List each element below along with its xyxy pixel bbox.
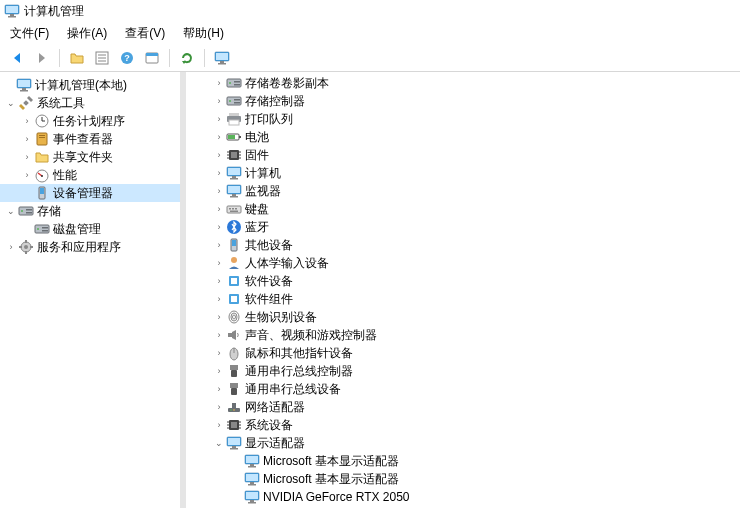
back-button[interactable] [6,47,28,69]
tree-label: 系统工具 [37,95,85,112]
device-category[interactable]: ›键盘 [186,200,740,218]
usb-controller-icon [226,363,242,379]
device-category[interactable]: ›声音、视频和游戏控制器 [186,326,740,344]
tree-disk-management[interactable]: 磁盘管理 [0,220,180,238]
device-category[interactable]: Microsoft 基本显示适配器 [186,470,740,488]
device-tree[interactable]: ›存储卷卷影副本›存储控制器›打印队列›电池›固件›计算机›监视器›键盘›蓝牙›… [186,72,740,508]
tree-event-viewer[interactable]: › 事件查看器 [0,130,180,148]
twisty-collapsed-icon[interactable]: › [4,240,18,254]
twisty-collapsed-icon[interactable]: › [212,328,226,342]
device-category[interactable]: ›计算机 [186,164,740,182]
menu-file[interactable]: 文件(F) [6,24,53,43]
device-category[interactable]: ›通用串行总线控制器 [186,362,740,380]
device-category[interactable]: ›通用串行总线设备 [186,380,740,398]
device-category[interactable]: ›监视器 [186,182,740,200]
device-category[interactable]: ›其他设备 [186,236,740,254]
services-apps-icon [18,239,34,255]
twisty-collapsed-icon[interactable]: › [212,112,226,126]
tree-performance[interactable]: › 性能 [0,166,180,184]
device-label: 声音、视频和游戏控制器 [245,327,377,344]
twisty-expanded-icon[interactable]: ⌄ [4,204,18,218]
device-category[interactable]: ›系统设备 [186,416,740,434]
tree-label: 磁盘管理 [53,221,101,238]
menu-help[interactable]: 帮助(H) [179,24,228,43]
menu-view[interactable]: 查看(V) [121,24,169,43]
mouse-icon [226,345,242,361]
twisty-collapsed-icon[interactable]: › [212,202,226,216]
device-label: 存储卷卷影副本 [245,75,329,92]
device-label: 蓝牙 [245,219,269,236]
storage-icon [18,203,34,219]
device-category[interactable]: NVIDIA GeForce RTX 2050 [186,488,740,506]
device-category[interactable]: ›固件 [186,146,740,164]
twisty-collapsed-icon[interactable]: › [212,292,226,306]
device-category[interactable]: ›电池 [186,128,740,146]
twisty-expanded-icon[interactable]: ⌄ [212,436,226,450]
twisty-icon [2,78,16,92]
twisty-collapsed-icon[interactable]: › [212,166,226,180]
tree-shared-folders[interactable]: › 共享文件夹 [0,148,180,166]
twisty-collapsed-icon[interactable]: › [212,256,226,270]
twisty-collapsed-icon[interactable]: › [212,364,226,378]
device-category[interactable]: ›软件组件 [186,290,740,308]
twisty-collapsed-icon[interactable]: › [20,114,34,128]
device-category[interactable]: ›生物识别设备 [186,308,740,326]
device-category[interactable]: ›鼠标和其他指针设备 [186,344,740,362]
twisty-collapsed-icon[interactable]: › [212,274,226,288]
help-button[interactable] [116,47,138,69]
disk-management-icon [34,221,50,237]
tree-system-tools[interactable]: ⌄ 系统工具 [0,94,180,112]
console-tree[interactable]: 计算机管理(本地) ⌄ 系统工具 › 任务计划程序 › 事件查看器 › 共享文件… [0,72,186,508]
refresh-button[interactable] [176,47,198,69]
show-hide-tree-button[interactable] [66,47,88,69]
properties-button[interactable] [91,47,113,69]
device-label: 其他设备 [245,237,293,254]
print-queue-icon [226,111,242,127]
device-category[interactable]: ›打印队列 [186,110,740,128]
twisty-collapsed-icon[interactable]: › [212,346,226,360]
scan-hardware-button[interactable] [211,47,233,69]
twisty-collapsed-icon[interactable]: › [212,130,226,144]
device-category[interactable]: ›蓝牙 [186,218,740,236]
tree-device-manager[interactable]: 设备管理器 [0,184,180,202]
device-category[interactable]: ⌄显示适配器 [186,434,740,452]
tree-task-scheduler[interactable]: › 任务计划程序 [0,112,180,130]
device-label: NVIDIA GeForce RTX 2050 [263,490,410,504]
tree-storage[interactable]: ⌄ 存储 [0,202,180,220]
software-device-icon [226,273,242,289]
device-category[interactable]: ›存储卷卷影副本 [186,74,740,92]
device-category[interactable]: ›存储控制器 [186,92,740,110]
twisty-expanded-icon[interactable]: ⌄ [4,96,18,110]
forward-button[interactable] [31,47,53,69]
device-category[interactable]: ›软件设备 [186,272,740,290]
device-label: 存储控制器 [245,93,305,110]
tree-services-apps[interactable]: › 服务和应用程序 [0,238,180,256]
twisty-collapsed-icon[interactable]: › [20,150,34,164]
twisty-collapsed-icon[interactable]: › [212,418,226,432]
tree-label: 存储 [37,203,61,220]
device-category[interactable]: ›网络适配器 [186,398,740,416]
twisty-collapsed-icon[interactable]: › [212,148,226,162]
twisty-collapsed-icon[interactable]: › [212,76,226,90]
device-category[interactable]: Microsoft 基本显示适配器 [186,452,740,470]
twisty-collapsed-icon[interactable]: › [212,238,226,252]
twisty-collapsed-icon[interactable]: › [212,382,226,396]
task-scheduler-icon [34,113,50,129]
system-tools-icon [18,95,34,111]
twisty-collapsed-icon[interactable]: › [212,310,226,324]
twisty-collapsed-icon[interactable]: › [212,94,226,108]
twisty-collapsed-icon[interactable]: › [212,220,226,234]
menu-action[interactable]: 操作(A) [63,24,111,43]
device-label: 鼠标和其他指针设备 [245,345,353,362]
twisty-collapsed-icon[interactable]: › [212,184,226,198]
twisty-collapsed-icon[interactable]: › [20,132,34,146]
twisty-collapsed-icon[interactable]: › [212,400,226,414]
twisty-collapsed-icon[interactable]: › [20,168,34,182]
computer-icon [226,165,242,181]
tree-root[interactable]: 计算机管理(本地) [0,76,180,94]
view-mode-button[interactable] [141,47,163,69]
main-split: 计算机管理(本地) ⌄ 系统工具 › 任务计划程序 › 事件查看器 › 共享文件… [0,72,740,508]
computer-management-icon [16,77,32,93]
device-label: 网络适配器 [245,399,305,416]
device-category[interactable]: ›人体学输入设备 [186,254,740,272]
